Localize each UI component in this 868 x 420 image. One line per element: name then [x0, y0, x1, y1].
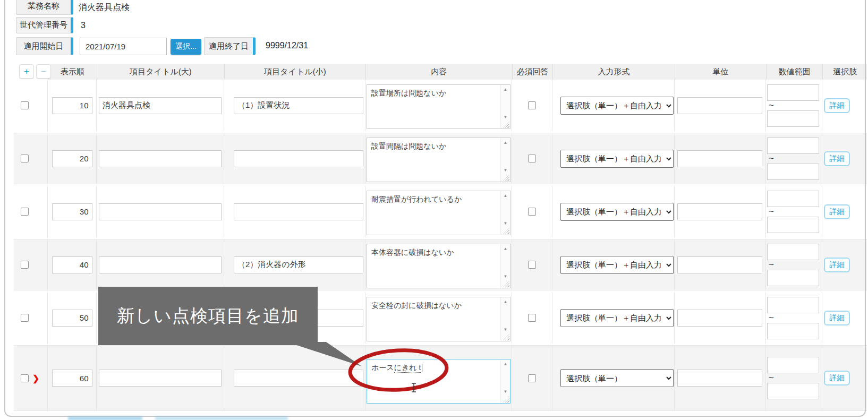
required-checkbox[interactable] — [528, 101, 536, 109]
range-max-input[interactable] — [767, 164, 819, 180]
scroll-down-icon[interactable]: ▼ — [501, 389, 510, 394]
unit-input[interactable] — [677, 370, 762, 387]
range-min-input[interactable] — [767, 244, 819, 260]
required-checkbox[interactable] — [528, 208, 536, 216]
title-large-input[interactable] — [99, 150, 222, 167]
scroll-up-icon[interactable]: ▲ — [501, 362, 510, 366]
numeric-range-cell: ~ — [766, 133, 822, 184]
generation-number-label: 世代管理番号 — [16, 17, 73, 33]
range-separator: ~ — [769, 209, 774, 215]
row-select-checkbox[interactable] — [21, 261, 29, 269]
scroll-up-icon[interactable]: ▲ — [501, 193, 510, 198]
input-format-select[interactable]: 選択肢（単一）＋自由入力 — [560, 150, 674, 168]
range-max-input[interactable] — [767, 270, 819, 286]
required-checkbox[interactable] — [528, 374, 536, 382]
row-select-checkbox[interactable] — [21, 374, 29, 382]
range-max-input[interactable] — [767, 323, 819, 339]
unit-input[interactable] — [677, 150, 762, 167]
textarea-scrollbar[interactable]: ▲▼ — [500, 191, 510, 235]
input-format-select[interactable]: 選択肢（単一） — [560, 369, 674, 387]
title-small-cell — [224, 239, 365, 290]
content-textarea[interactable]: 本体容器に破損はないか▲▼ — [367, 244, 510, 288]
title-large-input[interactable] — [99, 97, 222, 114]
row-select-checkbox[interactable] — [21, 208, 29, 216]
column-header-choices: 選択肢 — [822, 64, 867, 80]
input-format-select[interactable]: 選択肢（単一）＋自由入力 — [560, 309, 674, 327]
detail-button[interactable]: 詳細 — [824, 311, 850, 325]
start-date-input[interactable] — [80, 38, 167, 55]
textarea-scrollbar[interactable]: ▲▼ — [500, 85, 510, 128]
row-select-checkbox[interactable] — [21, 101, 29, 109]
input-format-select[interactable]: 選択肢（単一）＋自由入力 — [560, 203, 674, 221]
title-small-input[interactable] — [234, 370, 363, 387]
remove-row-button[interactable]: − — [36, 64, 51, 79]
detail-button[interactable]: 詳細 — [824, 371, 850, 385]
scroll-up-icon[interactable]: ▲ — [501, 140, 510, 145]
content-textarea[interactable]: 設置場所は問題ないか▲▼ — [367, 84, 510, 129]
content-textarea[interactable]: 耐震措置が行われているか▲▼ — [367, 191, 510, 235]
display-order-input[interactable] — [52, 256, 92, 273]
required-cell — [512, 292, 552, 344]
date-select-button[interactable]: 選択... — [171, 39, 201, 55]
detail-button[interactable]: 詳細 — [824, 98, 850, 113]
scroll-down-icon[interactable]: ▼ — [501, 274, 510, 279]
range-min-input[interactable] — [767, 297, 819, 313]
content-textarea[interactable]: ホースにきれ t▲▼ — [367, 359, 510, 404]
display-order-input[interactable] — [52, 97, 92, 114]
scroll-down-icon[interactable]: ▼ — [501, 221, 510, 226]
display-order-input[interactable] — [52, 150, 92, 167]
display-order-cell — [48, 133, 97, 184]
detail-button[interactable]: 詳細 — [824, 151, 850, 166]
row-selector-cell — [14, 239, 48, 290]
title-small-input[interactable] — [234, 150, 363, 167]
textarea-scrollbar[interactable]: ▲▼ — [500, 138, 510, 182]
textarea-scrollbar[interactable]: ▲▼ — [500, 359, 510, 403]
scroll-up-icon[interactable]: ▲ — [501, 87, 510, 92]
scroll-down-icon[interactable]: ▼ — [501, 115, 510, 119]
range-max-input[interactable] — [767, 110, 819, 127]
unit-input[interactable] — [677, 97, 762, 114]
display-order-cell — [48, 239, 97, 290]
title-large-input[interactable] — [99, 256, 222, 273]
unit-input[interactable] — [677, 203, 762, 220]
required-cell — [512, 80, 552, 131]
inspection-item-editor-page: 業務名称 消火器具点検 世代管理番号 3 適用開始日 選択... 適用終了日 9… — [0, 0, 868, 420]
add-row-button[interactable]: + — [19, 64, 34, 79]
range-min-input[interactable] — [767, 191, 819, 207]
title-small-input[interactable] — [234, 203, 363, 220]
display-order-input[interactable] — [52, 203, 92, 220]
scroll-down-icon[interactable]: ▼ — [501, 168, 510, 173]
input-format-select[interactable]: 選択肢（単一）＋自由入力 — [560, 256, 674, 274]
detail-button[interactable]: 詳細 — [824, 258, 850, 272]
content-text: 安全栓の封に破損はないか — [367, 297, 494, 314]
range-min-input[interactable] — [767, 357, 819, 373]
scroll-down-icon[interactable]: ▼ — [501, 327, 510, 332]
row-select-checkbox[interactable] — [21, 155, 29, 162]
scroll-up-icon[interactable]: ▲ — [501, 246, 510, 251]
range-max-input[interactable] — [767, 383, 819, 399]
title-large-input[interactable] — [99, 370, 222, 387]
required-checkbox[interactable] — [528, 155, 536, 162]
unit-cell — [675, 80, 766, 131]
textarea-scrollbar[interactable]: ▲▼ — [500, 244, 510, 288]
unit-input[interactable] — [677, 310, 762, 327]
textarea-scrollbar[interactable]: ▲▼ — [500, 297, 510, 341]
input-format-select[interactable]: 選択肢（単一）＋自由入力 — [560, 97, 674, 115]
title-small-input[interactable] — [234, 256, 363, 273]
title-small-input[interactable] — [234, 97, 363, 114]
scroll-up-icon[interactable]: ▲ — [501, 299, 510, 304]
range-max-input[interactable] — [767, 217, 819, 233]
display-order-input[interactable] — [52, 310, 92, 327]
required-checkbox[interactable] — [528, 314, 536, 322]
range-separator: ~ — [769, 375, 774, 381]
detail-button[interactable]: 詳細 — [824, 204, 850, 219]
unit-input[interactable] — [677, 256, 762, 273]
title-large-input[interactable] — [99, 203, 222, 220]
row-select-checkbox[interactable] — [21, 314, 29, 322]
display-order-input[interactable] — [52, 370, 92, 387]
range-min-input[interactable] — [767, 138, 819, 154]
required-checkbox[interactable] — [528, 261, 536, 269]
content-textarea[interactable]: 安全栓の封に破損はないか▲▼ — [367, 297, 510, 341]
content-textarea[interactable]: 設置間隔は問題ないか▲▼ — [367, 138, 510, 182]
range-min-input[interactable] — [767, 84, 819, 101]
